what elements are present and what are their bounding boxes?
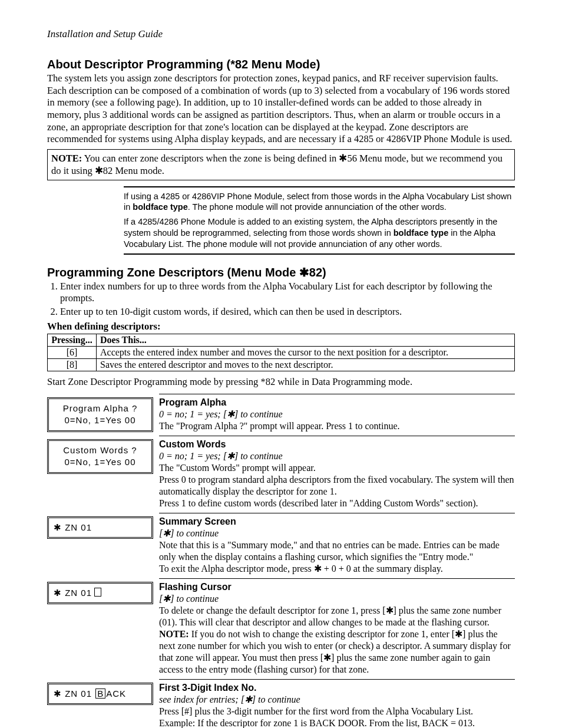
press-key: [6] <box>48 346 97 358</box>
prompt-title: Flashing Cursor <box>159 581 515 593</box>
lcd-prefix: ✱ ZN 01 <box>54 689 95 699</box>
section-programming-title: Programming Zone Descriptors (Menu Mode … <box>47 265 515 279</box>
press-table: Pressing... Does This... [6] Accepts the… <box>47 334 515 371</box>
note-box: NOTE: You can enter zone descriptors whe… <box>47 149 515 180</box>
lcd-display: ✱ ZN 01 <box>47 582 153 604</box>
press-key: [8] <box>48 358 97 371</box>
press-does: Accepts the entered index number and mov… <box>97 346 515 358</box>
press-table-header-does: Does This... <box>97 334 515 346</box>
note-label: NOTE: <box>159 629 189 639</box>
press-table-header-key: Pressing... <box>48 334 97 346</box>
lcd-line: Program Alpha ? <box>63 403 138 413</box>
table-row: ✱ ZN 01 BACK First 3-Digit Index No. see… <box>47 679 515 728</box>
lcd-line: 0=No, 1=Yes 00 <box>64 415 135 425</box>
prompt-title: First 3-Digit Index No. <box>159 682 515 694</box>
step-item: Enter index numbers for up to three word… <box>60 281 515 305</box>
prompt-sub: see index for entries; [✱] to continue <box>159 694 515 706</box>
prompt-body: To delete or change the default descript… <box>159 605 501 627</box>
prompt-body: Press 1 to define custom words (describe… <box>159 498 478 508</box>
prompt-title: Program Alpha <box>159 397 515 409</box>
prompt-title: Custom Words <box>159 439 515 450</box>
note-label: NOTE: <box>51 153 82 164</box>
note-text-a: You can enter zone descriptors when the … <box>82 153 339 164</box>
lcd-display: ✱ ZN 01 BACK <box>47 683 153 705</box>
prompt-sub: [✱] to continue <box>159 528 515 539</box>
cursor-icon <box>94 588 101 597</box>
star-icon: ✱ <box>95 165 103 176</box>
lcd-line: 0=No, 1=Yes 00 <box>64 457 135 467</box>
prompt-sub: 0 = no; 1 = yes; [✱] to continue <box>159 409 515 420</box>
descriptor-steps-table: Program Alpha ? 0=No, 1=Yes 00 Program A… <box>47 394 515 728</box>
prompt-title: Summary Screen <box>159 516 515 528</box>
prompt-body: To exit the Alpha descriptor mode, press… <box>159 564 443 574</box>
step-item: Enter up to ten 10-digit custom words, i… <box>60 306 515 318</box>
prompt-body: The "Custom Words" prompt will appear. <box>159 463 316 473</box>
lcd-line: ✱ ZN 01 <box>54 588 92 598</box>
prompt-sub: 0 = no; 1 = yes; [✱] to continue <box>159 450 515 462</box>
table-row: Custom Words ? 0=No, 1=Yes 00 Custom Wor… <box>47 436 515 513</box>
prompt-body: Press 0 to program standard alpha descri… <box>159 475 514 496</box>
after-table-text: Start Zone Descriptor Programming mode b… <box>47 376 515 388</box>
section-about-body: The system lets you assign zone descript… <box>47 73 515 146</box>
prompt-body: Note that this is a "Summary mode," and … <box>159 540 500 562</box>
table-row: ✱ ZN 01 Flashing Cursor [✱] to continue … <box>47 578 515 679</box>
inset-p1-bold: boldface type <box>133 202 187 212</box>
lcd-suffix: ACK <box>106 689 126 699</box>
prompt-body: Press [#] plus the 3-digit number for th… <box>159 706 473 716</box>
phone-module-inset: If using a 4285 or 4286VIP Phone Module,… <box>124 186 515 255</box>
lcd-display: Custom Words ? 0=No, 1=Yes 00 <box>47 439 153 474</box>
prompt-body: The "Program Alpha ?" prompt will appear… <box>159 421 400 431</box>
table-row: [8] Saves the entered descriptor and mov… <box>48 358 515 371</box>
prompt-body: Example: If the descriptor for zone 1 is… <box>159 718 475 728</box>
running-header: Installation and Setup Guide <box>47 28 515 40</box>
note-text-c: 82 Menu mode. <box>103 165 164 176</box>
lcd-display: ✱ ZN 01 <box>47 516 153 539</box>
table-row: Program Alpha ? 0=No, 1=Yes 00 Program A… <box>47 394 515 436</box>
lcd-line: Custom Words ? <box>63 445 137 455</box>
lcd-line: ✱ ZN 01 <box>54 522 92 532</box>
section-about-title: About Descriptor Programming (*82 Menu M… <box>47 58 515 71</box>
prompt-sub: [✱] to continue <box>159 593 515 605</box>
subhead-defining: When defining descriptors: <box>47 321 515 332</box>
lcd-display: Program Alpha ? 0=No, 1=Yes 00 <box>47 397 153 432</box>
steps-list: Enter index numbers for up to three word… <box>47 281 515 318</box>
table-row: ✱ ZN 01 Summary Screen [✱] to continue N… <box>47 513 515 578</box>
star-icon: ✱ <box>339 153 347 163</box>
cursor-char-box: B <box>95 689 105 699</box>
press-does: Saves the entered descriptor and moves t… <box>97 358 515 371</box>
inset-p1b: . The phone module will not provide annu… <box>188 202 447 212</box>
note-body: If you do not wish to change the existin… <box>159 629 511 674</box>
table-row: [6] Accepts the entered index number and… <box>48 346 515 358</box>
inset-p2-bold: boldface type <box>394 228 448 238</box>
